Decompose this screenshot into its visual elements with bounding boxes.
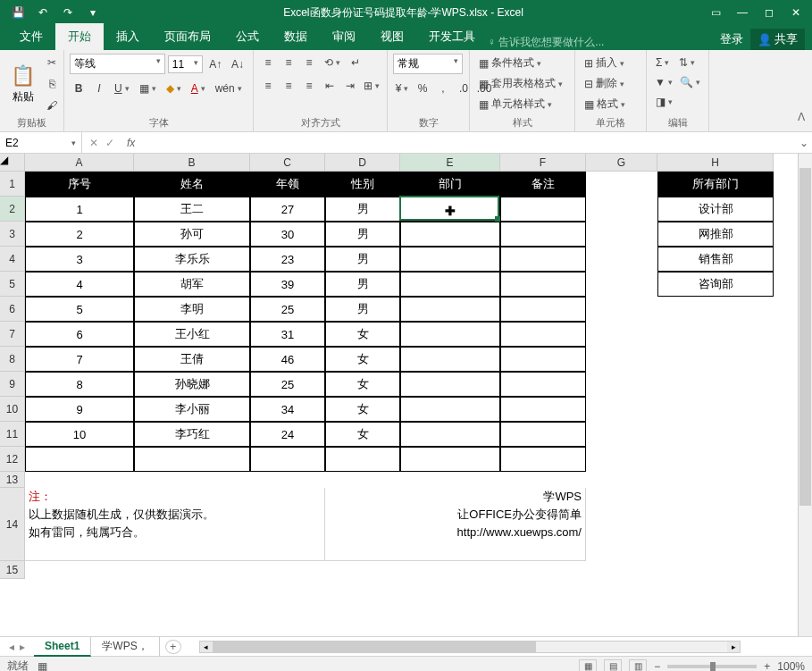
zoom-in-icon[interactable]: + <box>764 660 770 672</box>
zoom-level[interactable]: 100% <box>777 660 805 672</box>
phonetic-icon[interactable]: wén▾ <box>212 80 246 97</box>
cell[interactable]: 6 <box>25 322 134 347</box>
bold-icon[interactable]: B <box>70 80 88 97</box>
tab-insert[interactable]: 插入 <box>104 23 152 50</box>
row-headers[interactable]: 123456789101112131415 <box>0 172 25 579</box>
close-icon[interactable]: ✕ <box>783 3 808 22</box>
fill-color-icon[interactable]: ◆▾ <box>163 80 185 97</box>
italic-icon[interactable]: I <box>90 80 108 97</box>
align-top-icon[interactable]: ≡ <box>259 54 277 71</box>
cell[interactable]: 2 <box>25 222 134 247</box>
cell[interactable] <box>400 397 500 422</box>
cell[interactable]: 男 <box>325 247 400 272</box>
cell[interactable] <box>400 372 500 397</box>
cell[interactable]: 王倩 <box>134 347 250 372</box>
cell[interactable]: 8 <box>25 372 134 397</box>
tab-formulas[interactable]: 公式 <box>223 23 272 50</box>
tab-layout[interactable]: 页面布局 <box>152 23 223 50</box>
select-all-corner[interactable]: ◢ <box>0 154 25 172</box>
cell[interactable]: 所有部门 <box>657 172 774 197</box>
column-headers[interactable]: ABCDEFGH <box>25 154 774 172</box>
cell[interactable]: 25 <box>250 372 325 397</box>
tab-data[interactable]: 数据 <box>272 23 320 50</box>
cell[interactable]: 1 <box>25 197 134 222</box>
wrap-text-icon[interactable]: ↵ <box>347 54 364 71</box>
zoom-out-icon[interactable]: − <box>654 660 660 672</box>
cell[interactable]: 4 <box>25 272 134 297</box>
merge-icon[interactable]: ⊞▾ <box>362 77 381 95</box>
increase-indent-icon[interactable]: ⇥ <box>341 77 359 95</box>
cell[interactable]: 销售部 <box>657 247 774 272</box>
cell[interactable]: 咨询部 <box>657 272 774 297</box>
cell[interactable]: 李巧红 <box>134 422 250 447</box>
decrease-indent-icon[interactable]: ⇤ <box>321 77 339 95</box>
underline-icon[interactable]: U ▾ <box>111 80 133 97</box>
cell[interactable]: 27 <box>250 197 325 222</box>
cut-icon[interactable]: ✂ <box>43 54 61 71</box>
page-layout-view-icon[interactable]: ▤ <box>604 659 622 672</box>
font-color-icon[interactable]: A▾ <box>188 80 209 97</box>
orientation-icon[interactable]: ⟲▾ <box>321 54 344 71</box>
conditional-format-button[interactable]: ▦条件格式▾ <box>475 54 569 72</box>
tab-file[interactable]: 文件 <box>7 23 55 50</box>
copy-icon[interactable]: ⎘ <box>43 75 61 93</box>
cell[interactable]: 34 <box>250 397 325 422</box>
align-right-icon[interactable]: ≡ <box>300 77 318 95</box>
login-button[interactable]: 登录 <box>720 31 743 47</box>
cell[interactable] <box>500 347 586 372</box>
cell[interactable] <box>500 272 586 297</box>
cell[interactable]: 10 <box>25 422 134 447</box>
cell[interactable] <box>500 222 586 247</box>
cell[interactable]: 24 <box>250 422 325 447</box>
cell[interactable] <box>400 297 500 322</box>
cell[interactable]: 李明 <box>134 297 250 322</box>
tab-review[interactable]: 审阅 <box>320 23 368 50</box>
cell[interactable] <box>400 247 500 272</box>
cell[interactable] <box>400 272 500 297</box>
spreadsheet-grid[interactable]: ◢ ABCDEFGH 123456789101112131415 序号姓名年领性… <box>0 154 812 636</box>
cell[interactable] <box>500 197 586 222</box>
cell[interactable] <box>250 447 325 472</box>
undo-icon[interactable]: ↶ <box>32 3 54 22</box>
increase-font-icon[interactable]: A↑ <box>205 55 225 73</box>
tab-dev[interactable]: 开发工具 <box>416 23 488 50</box>
cell[interactable] <box>134 447 250 472</box>
cell[interactable] <box>500 247 586 272</box>
percent-icon[interactable]: % <box>414 80 431 97</box>
align-middle-icon[interactable]: ≡ <box>280 54 297 71</box>
cell[interactable]: 31 <box>250 322 325 347</box>
cell[interactable]: 女 <box>325 322 400 347</box>
minimize-icon[interactable]: — <box>730 3 755 22</box>
tab-view[interactable]: 视图 <box>368 23 416 50</box>
cell[interactable]: 3 <box>25 247 134 272</box>
clear-icon[interactable]: ◨▾ <box>652 93 676 111</box>
credits-cell[interactable]: 学WPS让OFFICE办公变得简单http://www.xuewps.com/ <box>325 488 586 561</box>
cell-styles-button[interactable]: ▦单元格样式▾ <box>475 95 569 113</box>
cell[interactable]: 备注 <box>500 172 586 197</box>
maximize-icon[interactable]: ◻ <box>757 3 782 22</box>
ribbon-options-icon[interactable]: ▭ <box>703 3 728 22</box>
cell[interactable]: 30 <box>250 222 325 247</box>
comma-icon[interactable]: , <box>434 80 452 97</box>
border-icon[interactable]: ▦▾ <box>136 80 160 97</box>
cell[interactable]: 39 <box>250 272 325 297</box>
sheet-tab-1[interactable]: Sheet1 <box>34 637 91 657</box>
cell[interactable] <box>500 447 586 472</box>
cell[interactable]: 部门 <box>400 172 500 197</box>
cell[interactable] <box>25 447 134 472</box>
cell[interactable]: 孙可 <box>134 222 250 247</box>
macro-icon[interactable]: ▦ <box>38 660 47 672</box>
cell[interactable]: 男 <box>325 197 400 222</box>
tell-me[interactable]: ♀ 告诉我您想要做什么... <box>488 35 604 50</box>
cell[interactable]: 王小红 <box>134 322 250 347</box>
fx-icon[interactable]: fx <box>121 137 140 149</box>
cancel-formula-icon[interactable]: ✕ <box>89 137 98 149</box>
find-icon[interactable]: 🔍▾ <box>678 73 703 91</box>
expand-formula-icon[interactable]: ⌄ <box>796 137 812 149</box>
align-left-icon[interactable]: ≡ <box>259 77 277 95</box>
cell[interactable] <box>500 422 586 447</box>
cell[interactable]: 9 <box>25 397 134 422</box>
number-format-select[interactable]: 常规▾ <box>393 54 463 74</box>
cell[interactable]: 李乐乐 <box>134 247 250 272</box>
add-sheet-icon[interactable]: + <box>165 640 181 654</box>
